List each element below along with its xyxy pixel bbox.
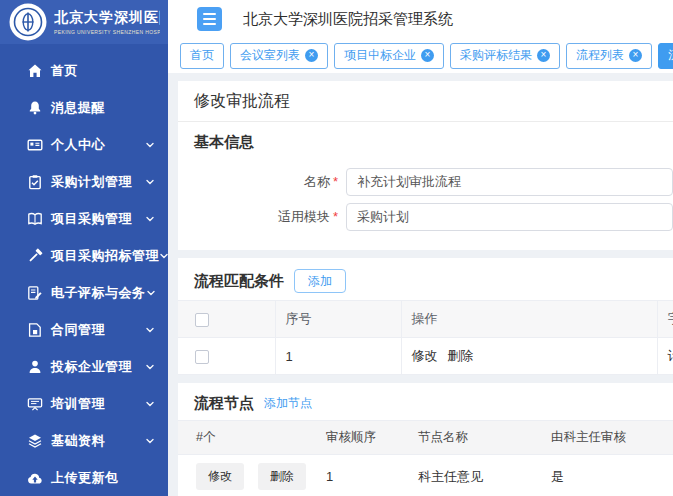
row-checkbox[interactable] [195, 350, 209, 364]
tab-close-icon[interactable] [421, 49, 434, 62]
flow-nodes-table: #个 审核顺序 节点名称 由科主任审核 修改 删除 1 [178, 420, 673, 496]
basic-info-form: 名称* 适用模块* [178, 159, 673, 250]
sidebar-item-e-evaluation[interactable]: 电子评标与会务 [0, 274, 168, 311]
sidebar-item-contract-management[interactable]: 合同管理 [0, 311, 168, 348]
section-heading-flow-nodes: 流程节点 [194, 394, 254, 413]
tab-process-list[interactable]: 流程列表 [566, 43, 652, 69]
modify-link[interactable]: 修改 [412, 348, 438, 363]
section-heading-basic-info: 基本信息 [194, 133, 254, 152]
tab-label: 流程列表 [576, 47, 624, 64]
required-mark: * [333, 209, 338, 224]
sidebar-item-training-management[interactable]: 培训管理 [0, 385, 168, 422]
row-seq: 1 [275, 338, 401, 375]
app-title: 北京大学深圳医院招采管理系统 [243, 10, 453, 29]
content-area: 修改审批流程 基本信息 名称* 适用模块* [168, 73, 673, 496]
app-window: 北京大学深圳医院 PEKING UNIVERSITY SHENZHEN HOSP… [0, 0, 673, 496]
sidebar-toggle-button[interactable] [197, 7, 222, 31]
section-divider [178, 375, 673, 383]
section-heading-match-conditions: 流程匹配条件 [194, 272, 284, 291]
home-icon [26, 62, 43, 79]
tab-home[interactable]: 首页 [180, 43, 224, 69]
user-icon [26, 358, 43, 375]
sidebar-item-home[interactable]: 首页 [0, 52, 168, 89]
chevron-down-icon [146, 288, 156, 298]
row-partial-cell: 计 [657, 338, 673, 375]
sidebar-item-messages[interactable]: 消息提醒 [0, 89, 168, 126]
sidebar-item-upload-update[interactable]: 上传更新包 [0, 459, 168, 496]
sidebar-item-label: 项目采购管理 [51, 210, 132, 228]
sidebar-item-project-procurement[interactable]: 项目采购管理 [0, 200, 168, 237]
chevron-down-icon [159, 251, 168, 261]
tab-evaluation-results[interactable]: 采购评标结果 [450, 43, 560, 69]
name-field-label: 名称* [178, 173, 338, 191]
hospital-logo: 北京大学深圳医院 PEKING UNIVERSITY SHENZHEN HOSP… [0, 0, 168, 44]
gavel-icon [26, 247, 43, 264]
module-field-label: 适用模块* [178, 208, 338, 226]
chevron-down-icon [145, 399, 155, 409]
hospital-name-en: PEKING UNIVERSITY SHENZHEN HOSPITAL [54, 29, 160, 35]
chevron-down-icon [145, 177, 155, 187]
sidebar-item-bidding-management[interactable]: 项目采购招标管理 [0, 237, 168, 274]
tab-bar: 首页 会议室列表 项目中标企业 采购评标结果 流程列表 流程 [168, 38, 673, 73]
tab-close-icon[interactable] [629, 49, 642, 62]
sidebar-item-label: 个人中心 [51, 136, 105, 154]
column-header-order: 审核顺序 [308, 421, 400, 455]
sidebar-item-label: 电子评标与会务 [51, 284, 146, 302]
sidebar-item-label: 培训管理 [51, 395, 105, 413]
contract-icon [26, 321, 43, 338]
column-header-partial: 字 [657, 301, 673, 338]
delete-button[interactable]: 删除 [258, 463, 306, 490]
tab-label: 流程 [668, 47, 673, 64]
node-name: 科主任意见 [400, 455, 533, 496]
tab-meeting-room-list[interactable]: 会议室列表 [230, 43, 328, 69]
column-header-hash: #个 [178, 421, 308, 455]
section-divider [178, 250, 673, 258]
select-all-checkbox[interactable] [195, 313, 209, 327]
sidebar-item-procurement-plan[interactable]: 采购计划管理 [0, 163, 168, 200]
table-row: 修改 删除 1 科主任意见 是 [178, 455, 673, 496]
module-input[interactable] [346, 203, 673, 231]
main-area: 北京大学深圳医院招采管理系统 首页 会议室列表 项目中标企业 采购评标结果 流程… [168, 0, 673, 496]
process-edit-card: 修改审批流程 基本信息 名称* 适用模块* [178, 81, 673, 496]
tab-label: 会议室列表 [240, 47, 300, 64]
presentation-icon [26, 395, 43, 412]
book-icon [26, 210, 43, 227]
name-input[interactable] [346, 168, 673, 196]
tab-process[interactable]: 流程 [658, 43, 673, 69]
sidebar-item-basic-data[interactable]: 基础资料 [0, 422, 168, 459]
chevron-down-icon [145, 214, 155, 224]
sidebar-item-label: 采购计划管理 [51, 173, 132, 191]
add-node-link[interactable]: 添加节点 [264, 395, 312, 412]
node-order: 1 [308, 455, 400, 496]
top-header: 北京大学深圳医院招采管理系统 [168, 0, 673, 38]
sidebar-item-label: 投标企业管理 [51, 358, 132, 376]
sidebar-item-bidder-enterprises[interactable]: 投标企业管理 [0, 348, 168, 385]
sidebar-item-label: 首页 [51, 62, 78, 80]
sidebar-item-label: 消息提醒 [51, 99, 105, 117]
tab-close-icon[interactable] [537, 49, 550, 62]
sidebar-menu: 首页 消息提醒 个人中心 采购计划管理 项目采购管理 [0, 44, 168, 496]
column-header-node-name: 节点名称 [400, 421, 533, 455]
chevron-down-icon [145, 325, 155, 335]
tab-close-icon[interactable] [305, 49, 318, 62]
page-title: 修改审批流程 [178, 81, 673, 122]
column-header-seq: 序号 [275, 301, 401, 338]
delete-link[interactable]: 删除 [447, 348, 473, 363]
layers-icon [26, 432, 43, 449]
hospital-emblem-icon [9, 3, 47, 41]
bell-icon [26, 99, 43, 116]
node-dept-head: 是 [533, 455, 673, 496]
chevron-down-icon [145, 362, 155, 372]
clipboard-check-icon [26, 173, 43, 190]
document-edit-icon [26, 284, 43, 301]
required-mark: * [333, 174, 338, 189]
modify-button[interactable]: 修改 [196, 463, 244, 490]
tab-label: 项目中标企业 [344, 47, 416, 64]
sidebar-item-label: 上传更新包 [51, 469, 119, 487]
add-condition-button[interactable]: 添加 [294, 269, 346, 293]
match-conditions-table: 序号 操作 字 1 修改 删除 计 [178, 300, 673, 375]
tab-winning-enterprises[interactable]: 项目中标企业 [334, 43, 444, 69]
column-header-dept-head: 由科主任审核 [533, 421, 673, 455]
hospital-name: 北京大学深圳医院 [54, 9, 160, 27]
sidebar-item-personal-center[interactable]: 个人中心 [0, 126, 168, 163]
